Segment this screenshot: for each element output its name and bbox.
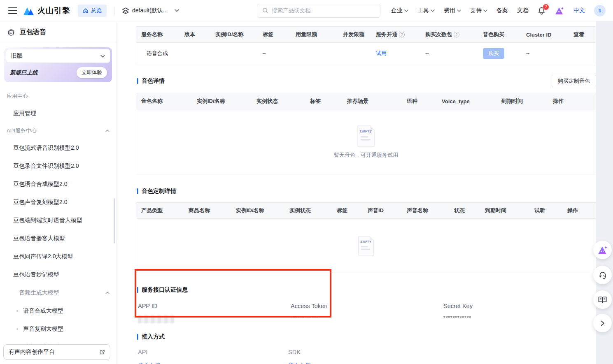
sidebar-nav-entry[interactable]: 语音合成大模型 [0, 302, 116, 320]
cluster-id-cell: -- [521, 50, 569, 56]
search-box[interactable] [257, 4, 380, 18]
version-select[interactable]: 旧版 [6, 49, 110, 63]
project-selector[interactable]: default(默认... [122, 7, 179, 14]
notification-bell-button[interactable]: 2 [538, 7, 545, 15]
sidebar-nav-entry[interactable]: API服务中心 [0, 123, 116, 139]
sidebar-nav-entry[interactable]: 豆包语音妙记模型 [0, 266, 116, 284]
collapse-panel-button[interactable] [593, 314, 612, 332]
home-icon [83, 8, 89, 14]
language-switcher[interactable]: 中文 [573, 7, 585, 14]
top-navbar: 火山引擎 总览 default(默认... [0, 0, 613, 21]
ai-assistant-button[interactable] [593, 241, 612, 259]
layers-icon [122, 7, 129, 14]
ai-assistant-nav-button[interactable] [555, 6, 564, 15]
headset-icon [598, 271, 607, 280]
svg-text:AI: AI [10, 32, 12, 35]
chevron-down-icon [457, 9, 461, 12]
search-input[interactable] [272, 7, 375, 14]
version-label: 旧版 [11, 52, 23, 60]
auth-field-label: Access Token [291, 303, 443, 309]
trial-link[interactable]: 试用 [376, 50, 387, 56]
voice-detail-header: 音色名称实例ID/名称实例状态标签推荐场景语种Voice_type到期时间操作 [136, 93, 596, 109]
sidebar-nav-entry[interactable]: 声音复刻大模型 [0, 320, 116, 338]
sidebar-nav-entry[interactable]: 豆包语音播客大模型 [0, 230, 116, 248]
sidebar-nav-entry[interactable]: 豆包同声传译2.0大模型 [0, 248, 116, 266]
buy-button[interactable]: 购买 [483, 48, 504, 59]
sidebar-nav-entry[interactable]: 豆包语音合成模型2.0 [0, 175, 116, 193]
column-header: 操作 [562, 207, 596, 214]
search-icon [262, 7, 268, 14]
main-content: 服务名称 ? 版本 ? 实例ID/名称 ? 标签 ? 用量限额 ? 并发限额 ? [136, 21, 596, 364]
voice-detail-empty-state: EMPTY 暂无音色，可开通服务试用 [136, 109, 596, 174]
auth-field: APP ID [138, 303, 291, 323]
overview-button[interactable]: 总览 [78, 5, 107, 17]
chevron-down-icon [100, 55, 105, 58]
sidebar-nav-entry[interactable]: 豆包声音复刻模型2.0 [0, 193, 116, 211]
sidebar-nav-entry[interactable]: 音频生成大模型 [0, 284, 116, 302]
column-header: Cluster ID ? [521, 32, 569, 38]
sidebar-nav-entry[interactable]: 应用中心 [0, 88, 116, 104]
bullet-icon [16, 310, 18, 312]
svg-text:EMPTY: EMPTY [360, 239, 372, 243]
project-name: default(默认... [132, 7, 168, 14]
hamburger-menu-icon[interactable] [8, 7, 17, 14]
nav-menu-item[interactable]: 费用 [444, 7, 461, 14]
nav-link-item[interactable]: 备案 [496, 7, 508, 14]
empty-doc-icon: EMPTY [356, 125, 376, 147]
sidebar-nav-entry[interactable]: 应用管理 [0, 104, 116, 123]
service-table-row: 语音合成 – 试用 -- 购买 -- [136, 42, 596, 64]
try-now-button[interactable]: 立即体验 [77, 67, 107, 78]
service-table: 服务名称 ? 版本 ? 实例ID/名称 ? 标签 ? 用量限额 ? 并发限额 ? [136, 26, 596, 64]
navbar-right: 企业 工具 费用 支持 备案文档 [391, 5, 606, 16]
column-header: 到期时间 [496, 97, 548, 105]
column-header: 语种 [402, 97, 437, 105]
column-header: 标签 [305, 97, 342, 105]
sidebar-scrollbar[interactable] [114, 198, 115, 243]
column-header: 实例ID/名称 ? [210, 31, 258, 38]
info-icon[interactable]: ? [454, 32, 459, 37]
voice-custom-title: 音色定制详情 [136, 188, 176, 195]
access-item-label: API [138, 349, 288, 355]
product-header: AI 豆包语音 [0, 23, 116, 41]
notification-badge: 2 [543, 4, 549, 10]
auth-field-label: APP ID [138, 303, 291, 309]
voice-custom-empty-state: EMPTY [136, 218, 596, 273]
auth-field: Secret Key ************ [443, 303, 596, 323]
right-gutter [596, 21, 613, 364]
access-method-title: 接入方式 [136, 333, 165, 341]
voice-detail-title: 音色详情 [136, 77, 165, 85]
column-header: 产品类型 [136, 207, 184, 214]
column-header: 服务名称 ? [136, 31, 179, 38]
nav-menu-item[interactable]: 企业 [391, 7, 408, 14]
customer-support-button[interactable] [593, 266, 612, 284]
service-name-cell: 语音合成 [136, 50, 179, 57]
info-icon[interactable]: ? [399, 32, 405, 37]
nav-link-item[interactable]: 文档 [517, 7, 529, 14]
nav-menu-item[interactable]: 工具 [417, 7, 435, 14]
blurred-app-id-value [138, 315, 174, 323]
user-avatar[interactable]: 1 [594, 5, 606, 16]
sidebar-nav-entry[interactable]: 豆包录音文件识别模型2.0 [0, 157, 116, 175]
column-header: 标签 [332, 207, 363, 214]
access-doc-link[interactable]: 接入文档 [138, 362, 160, 364]
auth-field: Access Token ************ [291, 303, 443, 323]
access-item-label: SDK [288, 349, 596, 355]
auth-fields: APP ID Access Token ************ Secret … [136, 303, 596, 323]
sidebar-nav-entry[interactable]: 豆包端到端实时语音大模型 [0, 211, 116, 230]
divider [0, 42, 116, 42]
access-item: API 接入文档 [138, 349, 288, 364]
column-header: 试听 [529, 207, 562, 214]
nav-menu-item[interactable]: 支持 [470, 7, 487, 14]
documentation-button[interactable] [593, 290, 612, 309]
audio-creation-platform-link[interactable]: 有声内容创作平台 [3, 344, 110, 360]
auth-field-value: ************ [291, 315, 443, 323]
buy-custom-voice-button[interactable]: 购买定制音色 [552, 75, 596, 87]
service-table-header: 服务名称 ? 版本 ? 实例ID/名称 ? 标签 ? 用量限额 ? 并发限额 ? [136, 27, 596, 42]
brand-logo[interactable]: 火山引擎 [23, 5, 70, 16]
sidebar-nav-entry[interactable]: 豆包流式语音识别模型2.0 [0, 139, 116, 157]
volcano-logo-icon [23, 6, 34, 16]
access-doc-link[interactable]: 接入文档 [288, 362, 310, 364]
column-header: 实例ID/名称 [231, 207, 284, 214]
auth-field-value [138, 315, 291, 323]
auth-field-value: ************ [443, 315, 596, 323]
